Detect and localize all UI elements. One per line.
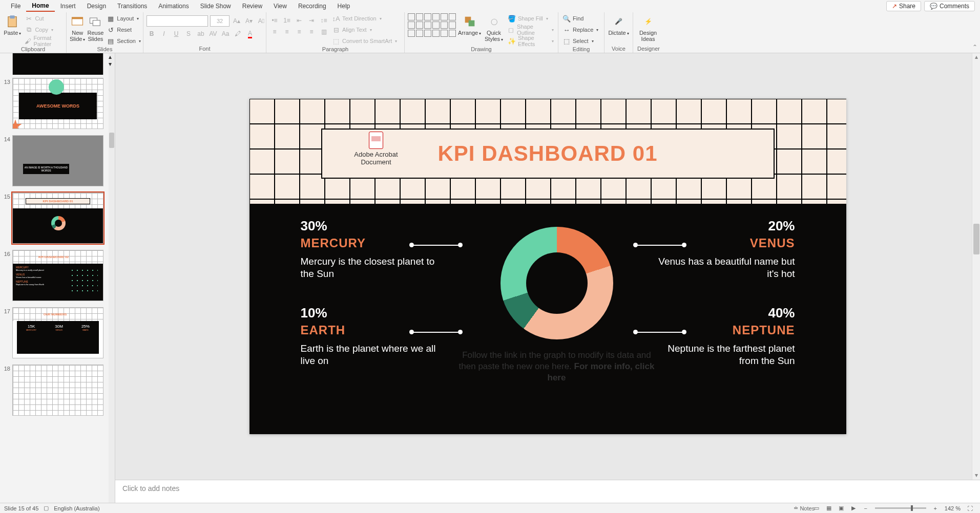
slide-thumbnail[interactable]: 17 OUR NUMBERS 15KMERCURY 30MVENUS 25%MA… (0, 304, 109, 361)
tab-help[interactable]: Help (332, 1, 356, 11)
shape-outline-button[interactable]: ◻Shape Outline▾ (507, 25, 555, 35)
thumb-number: 16 (3, 250, 10, 257)
quick-styles-button[interactable]: ◯ Quick Styles▾ (483, 13, 505, 42)
shape-fill-button[interactable]: 🪣Shape Fill▾ (507, 13, 555, 24)
tab-review[interactable]: Review (237, 1, 268, 11)
bullets-button[interactable]: •≡ (269, 15, 280, 26)
tab-transitions[interactable]: Transitions (112, 1, 153, 11)
paste-button[interactable]: Paste▾ (3, 13, 22, 36)
section-button[interactable]: ▤Section▾ (106, 36, 142, 46)
slide-thumbnail[interactable]: 16 KPI DASHBOARD 02 MERCURY Mercury is a… (0, 247, 109, 304)
reading-view-button[interactable]: ▣ (836, 504, 847, 512)
reuse-slides-button[interactable]: Reuse Slides (87, 13, 103, 42)
slide-thumbnail[interactable]: 15 KPI DASHBOARD 01 (0, 189, 109, 247)
zoom-slider[interactable] (875, 507, 926, 509)
editor-vertical-scrollbar[interactable]: ▴▾ (972, 53, 980, 480)
columns-button[interactable]: ▥ (319, 27, 329, 37)
slide-thumbnail[interactable]: 14 AN IMAGE IS WORTH A THOUSAND WORDS (0, 132, 109, 189)
slide-thumbnail[interactable]: 13 AWESOME WORDS (0, 75, 109, 132)
replace-button[interactable]: ↔Replace▾ (561, 25, 599, 35)
line-spacing-button[interactable]: ↕≡ (319, 15, 329, 26)
decrease-font-button[interactable]: A▾ (244, 16, 254, 26)
kpi-block-neptune[interactable]: 40% NEPTUNE Neptune is the farthest plan… (647, 305, 795, 367)
shape-effects-button[interactable]: ✨Shape Effects▾ (507, 36, 555, 46)
notes-pane[interactable]: Click to add notes (115, 480, 980, 503)
find-button[interactable]: 🔍Find (561, 13, 599, 24)
tab-design[interactable]: Design (81, 1, 112, 11)
shapes-gallery[interactable] (408, 13, 456, 37)
bold-button[interactable]: B (147, 29, 157, 39)
zoom-level[interactable]: 142 % (945, 505, 961, 511)
slide-canvas[interactable]: KPI DASHBOARD 01 Adobe Acrobat Document (249, 99, 846, 434)
zoom-in-button[interactable]: + (930, 504, 941, 512)
tab-slideshow[interactable]: Slide Show (195, 1, 237, 11)
change-case-button[interactable]: Aa (220, 29, 231, 39)
collapse-ribbon-button[interactable]: ⌃ (970, 12, 980, 53)
kpi-block-earth[interactable]: 10% EARTH Earth is the planet where we a… (301, 305, 449, 367)
dictate-button[interactable]: 🎤 Dictate▾ (608, 13, 630, 36)
zoom-out-button[interactable]: − (860, 504, 871, 512)
highlight-button[interactable]: 🖍 (233, 29, 243, 39)
indent-inc-button[interactable]: ⇥ (306, 15, 317, 26)
fit-to-window-button[interactable]: ⛶ (964, 504, 975, 512)
font-size-select[interactable] (210, 15, 230, 27)
align-center-button[interactable]: ≡ (282, 27, 292, 37)
slideshow-view-button[interactable]: ▶ (848, 504, 859, 512)
tab-recording[interactable]: Recording (293, 1, 332, 11)
slide-counter[interactable]: Slide 15 of 45 (4, 505, 38, 511)
drawing-group-label: Drawing (408, 46, 555, 53)
design-ideas-button[interactable]: ⚡ Design Ideas (636, 13, 660, 42)
paste-label: Paste (4, 30, 18, 36)
normal-view-button[interactable]: ▭ (811, 504, 822, 512)
format-painter-button[interactable]: 🖌Format Painter (24, 36, 63, 46)
strike-button[interactable]: S (183, 29, 194, 39)
font-family-select[interactable] (147, 15, 208, 27)
smartart-button[interactable]: ⬚Convert to SmartArt▾ (331, 36, 398, 46)
align-left-button[interactable]: ≡ (269, 27, 280, 37)
reset-button[interactable]: ↺Reset (106, 25, 142, 35)
comments-button[interactable]: 💬Comments (924, 1, 975, 11)
align-text-label: Align Text (342, 27, 367, 33)
numbering-button[interactable]: 1≡ (282, 15, 292, 26)
thumbnail-scrollbar[interactable]: ▴▾ (109, 53, 115, 503)
share-button[interactable]: ↗Share (886, 1, 921, 11)
select-button[interactable]: ⬚Select▾ (561, 36, 599, 46)
donut-chart[interactable] (501, 227, 613, 339)
tab-insert[interactable]: Insert (55, 1, 81, 11)
increase-font-button[interactable]: A▴ (232, 16, 242, 26)
italic-button[interactable]: I (159, 29, 169, 39)
align-text-button[interactable]: ⊟Align Text▾ (331, 25, 398, 35)
indent-dec-button[interactable]: ⇤ (294, 15, 304, 26)
align-right-button[interactable]: ≡ (294, 27, 304, 37)
tab-home[interactable]: Home (26, 1, 54, 12)
text-direction-button[interactable]: ↕AText Direction▾ (331, 13, 398, 24)
underline-button[interactable]: U (171, 29, 181, 39)
thumb-number: 15 (3, 193, 10, 200)
notes-toggle-button[interactable]: ≐ Notes (799, 504, 810, 512)
clear-format-button[interactable]: A⃠ (256, 16, 266, 26)
copy-button[interactable]: ⧉Copy▾ (24, 25, 63, 35)
slide-sorter-button[interactable]: ▦ (823, 504, 835, 512)
arrange-button[interactable]: Arrange▾ (458, 13, 481, 36)
cut-button[interactable]: ✂Cut (24, 13, 63, 24)
chart-hint-text[interactable]: Follow the link in the graph to modify i… (454, 350, 659, 383)
tab-view[interactable]: View (268, 1, 293, 11)
justify-button[interactable]: ≡ (306, 27, 317, 37)
menu-bar: File Home Insert Design Transitions Anim… (0, 0, 980, 12)
effects-icon: ✨ (508, 37, 516, 45)
font-color-button[interactable]: A (245, 29, 255, 39)
embedded-pdf-object[interactable]: Adobe Acrobat Document (349, 132, 403, 166)
shadow-button[interactable]: ab (196, 29, 206, 39)
kpi-block-venus[interactable]: 20% VENUS Venus has a beautiful name but… (647, 218, 795, 280)
layout-button[interactable]: ▦Layout▾ (106, 13, 142, 24)
slide-thumbnail[interactable] (0, 53, 109, 75)
tab-animations[interactable]: Animations (153, 1, 194, 11)
tab-file[interactable]: File (5, 1, 26, 11)
layout-icon: ▦ (107, 14, 115, 23)
kpi-block-mercury[interactable]: 30% MERCURY Mercury is the closest plane… (301, 218, 449, 280)
canvas-area[interactable]: KPI DASHBOARD 01 Adobe Acrobat Document (115, 53, 980, 480)
slide-thumbnail[interactable]: 18 (0, 361, 109, 419)
char-spacing-button[interactable]: AV (208, 29, 218, 39)
language-indicator[interactable]: English (Australia) (54, 505, 99, 511)
new-slide-button[interactable]: New Slide▾ (70, 13, 85, 42)
